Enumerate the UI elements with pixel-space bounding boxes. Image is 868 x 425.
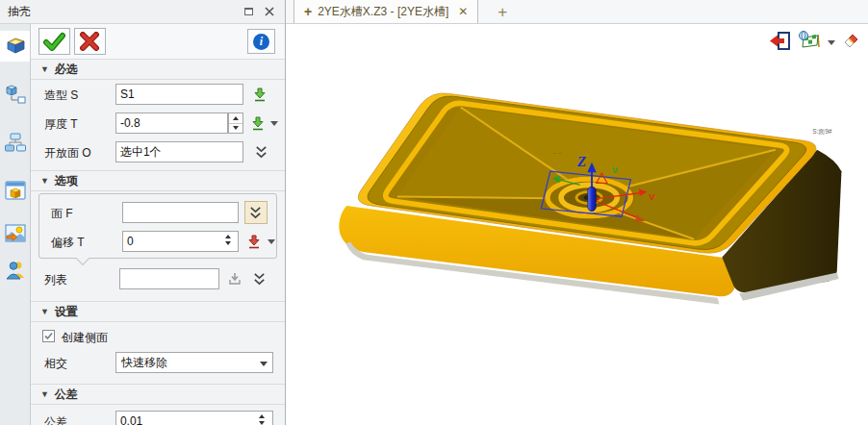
sink-model[interactable]: Z V V ·· ·· S:面9# bbox=[339, 93, 841, 304]
section-options-label: 选项 bbox=[55, 173, 78, 189]
view-window-icon bbox=[4, 179, 27, 202]
offset-label: 偏移 T bbox=[51, 235, 85, 251]
new-tab-button[interactable]: + bbox=[492, 2, 513, 23]
section-tolerance[interactable]: ▼ 公差 bbox=[31, 384, 285, 405]
open-faces-label: 开放面 O bbox=[44, 145, 91, 162]
open-faces-input[interactable] bbox=[115, 141, 243, 162]
sidebar-item-user[interactable] bbox=[0, 255, 30, 286]
dialog-toolbar: i bbox=[31, 24, 285, 59]
list-label: 列表 bbox=[44, 272, 67, 288]
tolerance-label: 公差 bbox=[44, 414, 67, 425]
face-hover-tag: S:面9# bbox=[812, 128, 831, 136]
triad-knob-handle[interactable] bbox=[588, 187, 596, 211]
section-required-label: 必选 bbox=[55, 62, 78, 78]
shape-input[interactable] bbox=[115, 84, 243, 105]
thickness-row: 厚度 T bbox=[31, 109, 285, 138]
open-faces-row: 开放面 O bbox=[31, 138, 285, 166]
offset-input[interactable] bbox=[122, 231, 239, 252]
float-panel-icon[interactable] bbox=[241, 5, 256, 18]
shape-row: 造型 S bbox=[31, 80, 285, 109]
dialog-title: 抽壳 bbox=[8, 4, 235, 20]
collapse-triangle-icon: ▼ bbox=[40, 64, 49, 74]
sink-model-3d-scene[interactable]: Z V V ·· ·· S:面9# bbox=[286, 24, 868, 401]
info-button[interactable]: i bbox=[247, 29, 275, 54]
dialog-titlebar: 抽壳 bbox=[0, 0, 285, 24]
triad-tick-marks: ·· ·· bbox=[553, 150, 562, 156]
face-row: 面 F bbox=[39, 198, 276, 227]
exit-sketch-button[interactable] bbox=[769, 30, 792, 55]
ok-button[interactable] bbox=[38, 28, 70, 55]
section-tolerance-label: 公差 bbox=[55, 387, 78, 403]
section-options[interactable]: ▼ 选项 bbox=[31, 170, 285, 191]
axis-v-green-label: V bbox=[612, 164, 619, 175]
section-required[interactable]: ▼ 必选 bbox=[31, 59, 285, 80]
face-offset-group: 面 F 偏移 T bbox=[38, 193, 277, 259]
collapse-triangle-icon: ▼ bbox=[40, 307, 49, 316]
render-image-icon bbox=[4, 222, 27, 245]
tab-close-icon[interactable]: ✕ bbox=[458, 5, 468, 18]
list-expand-chevron-icon[interactable] bbox=[248, 267, 271, 290]
sidebar-item-shell-tool[interactable] bbox=[0, 31, 30, 62]
cancel-x-icon bbox=[79, 32, 100, 51]
main-area: + 2YE水槽X.Z3 - [2YE水槽] ✕ + bbox=[286, 0, 868, 425]
select-caret-icon bbox=[260, 362, 268, 366]
pick-target-red-icon[interactable] bbox=[245, 233, 263, 250]
tolerance-row: 公差 bbox=[31, 407, 285, 425]
checkbox-check-icon bbox=[43, 331, 54, 341]
axis-z-label: Z bbox=[576, 154, 586, 169]
confirm-check-icon bbox=[42, 32, 65, 51]
sidebar-item-manager[interactable] bbox=[0, 127, 30, 158]
exit-icon bbox=[769, 30, 792, 52]
sidebar-item-datum[interactable] bbox=[0, 79, 30, 110]
thickness-label: 厚度 T bbox=[44, 116, 78, 133]
tolerance-spinner[interactable] bbox=[256, 414, 268, 425]
collapse-triangle-icon: ▼ bbox=[40, 176, 49, 186]
render-mode-button[interactable] bbox=[798, 30, 822, 55]
tolerance-input[interactable] bbox=[115, 411, 273, 425]
shape-label: 造型 S bbox=[44, 88, 78, 104]
section-settings-label: 设置 bbox=[55, 304, 78, 320]
collapse-triangle-icon: ▼ bbox=[40, 389, 49, 399]
face-label: 面 F bbox=[51, 206, 73, 222]
tab-prefix-icon: + bbox=[304, 4, 312, 19]
open-faces-expand-chevron-icon[interactable] bbox=[250, 140, 273, 163]
create-side-checkbox[interactable] bbox=[42, 330, 55, 342]
intersect-select[interactable]: 快速移除 bbox=[115, 352, 273, 373]
create-side-label: 创建侧面 bbox=[62, 330, 108, 346]
thickness-input[interactable] bbox=[115, 112, 228, 134]
section-settings[interactable]: ▼ 设置 bbox=[31, 301, 285, 322]
app-window: 抽壳 bbox=[0, 0, 868, 425]
intersect-label: 相交 bbox=[44, 356, 67, 372]
sidebar-item-view-manager[interactable] bbox=[0, 175, 30, 206]
datum-cube-icon bbox=[4, 83, 27, 106]
close-panel-icon[interactable] bbox=[262, 5, 277, 18]
face-input[interactable] bbox=[122, 202, 239, 223]
offset-spinner[interactable] bbox=[222, 235, 234, 245]
info-icon: i bbox=[253, 34, 269, 50]
3d-viewport[interactable]: Z V V ·· ·· S:面9# bbox=[286, 24, 868, 401]
axis-v-red-label: V bbox=[649, 191, 655, 202]
render-mode-flag-icon bbox=[798, 30, 822, 52]
eraser-button[interactable] bbox=[841, 32, 860, 54]
eraser-icon bbox=[841, 32, 860, 51]
offset-options-caret-icon[interactable] bbox=[268, 239, 275, 244]
sidebar-item-visualize[interactable] bbox=[0, 218, 30, 249]
pick-target-green-icon[interactable] bbox=[251, 86, 268, 103]
tab-title: 2YE水槽X.Z3 - [2YE水槽] bbox=[318, 4, 448, 20]
cancel-button[interactable] bbox=[74, 28, 106, 55]
pick-target-green-icon[interactable] bbox=[249, 114, 267, 132]
face-expand-chevron-icon[interactable] bbox=[244, 201, 268, 224]
thickness-options-caret-icon[interactable] bbox=[270, 121, 278, 126]
offset-row: 偏移 T bbox=[39, 227, 276, 256]
intersect-value: 快速移除 bbox=[121, 355, 167, 371]
tab-active-document[interactable]: + 2YE水槽X.Z3 - [2YE水槽] ✕ bbox=[294, 0, 478, 23]
dialog-content: i ▼ 必选 造型 S 厚度 T bbox=[31, 24, 285, 425]
list-input[interactable] bbox=[119, 268, 219, 289]
intersect-row: 相交 快速移除 bbox=[31, 348, 285, 377]
thickness-spinner[interactable] bbox=[228, 112, 243, 134]
list-add-icon[interactable] bbox=[226, 270, 243, 288]
render-mode-caret-icon[interactable] bbox=[828, 40, 835, 45]
create-side-row: 创建侧面 bbox=[31, 325, 285, 348]
shell-tool-icon bbox=[4, 37, 27, 56]
list-row: 列表 bbox=[31, 264, 285, 293]
